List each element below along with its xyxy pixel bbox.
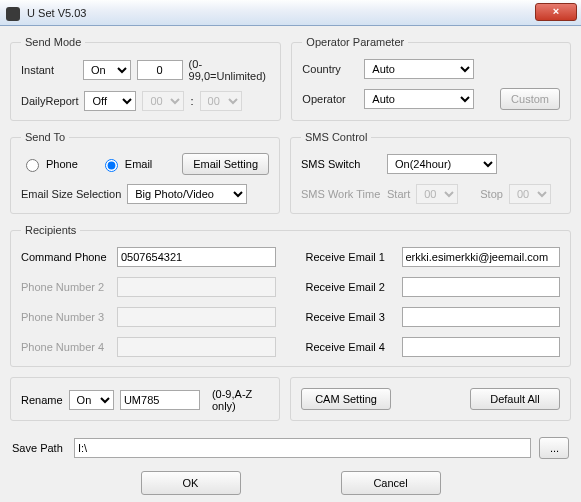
phone4-label: Phone Number 4	[21, 341, 111, 353]
email3-input[interactable]	[402, 307, 561, 327]
email1-label: Receive Email 1	[306, 251, 396, 263]
email2-label: Receive Email 2	[306, 281, 396, 293]
operator-param-legend: Operator Parameter	[302, 36, 408, 48]
cancel-button[interactable]: Cancel	[341, 471, 441, 495]
sms-switch-label: SMS Switch	[301, 158, 381, 170]
side-buttons-group: CAM Setting Default All	[290, 377, 571, 421]
sms-switch-select[interactable]: On(24hour)	[387, 154, 497, 174]
email-radio-label: Email	[125, 158, 153, 170]
rename-input[interactable]	[120, 390, 200, 410]
recipients-legend: Recipients	[21, 224, 80, 236]
instant-select[interactable]: On	[83, 60, 131, 80]
command-phone-label: Command Phone	[21, 251, 111, 263]
email4-label: Receive Email 4	[306, 341, 396, 353]
send-to-legend: Send To	[21, 131, 69, 143]
email-size-select[interactable]: Big Photo/Video	[127, 184, 247, 204]
close-icon: ×	[553, 5, 559, 17]
instant-label: Instant	[21, 64, 77, 76]
send-mode-group: Send Mode Instant On (0-99,0=Unlimited) …	[10, 36, 281, 121]
phone-radio-option[interactable]: Phone	[21, 156, 78, 172]
sms-stop-select[interactable]: 00	[509, 184, 551, 204]
email2-input[interactable]	[402, 277, 561, 297]
phone4-input[interactable]	[117, 337, 276, 357]
dailyreport-label: DailyReport	[21, 95, 78, 107]
email3-label: Receive Email 3	[306, 311, 396, 323]
rename-group: Rename On (0-9,A-Z only)	[10, 377, 280, 421]
country-select[interactable]: Auto	[364, 59, 474, 79]
phone-radio[interactable]	[26, 159, 39, 172]
phone2-input[interactable]	[117, 277, 276, 297]
ok-button[interactable]: OK	[141, 471, 241, 495]
phone3-label: Phone Number 3	[21, 311, 111, 323]
send-to-group: Send To Phone Email Email Setting Email …	[10, 131, 280, 214]
rename-label: Rename	[21, 394, 63, 406]
close-button[interactable]: ×	[535, 3, 577, 21]
country-label: Country	[302, 63, 358, 75]
command-phone-input[interactable]	[117, 247, 276, 267]
email-setting-button[interactable]: Email Setting	[182, 153, 269, 175]
email-radio-option[interactable]: Email	[100, 156, 153, 172]
daily-hour-select[interactable]: 00	[142, 91, 184, 111]
window-title: U Set V5.03	[27, 7, 86, 19]
sms-control-legend: SMS Control	[301, 131, 371, 143]
email4-input[interactable]	[402, 337, 561, 357]
email1-input[interactable]	[402, 247, 561, 267]
daily-min-select[interactable]: 00	[200, 91, 242, 111]
operator-label: Operator	[302, 93, 358, 105]
phone2-label: Phone Number 2	[21, 281, 111, 293]
sms-start-label: Start	[387, 188, 410, 200]
phone3-input[interactable]	[117, 307, 276, 327]
operator-param-group: Operator Parameter Country Auto Operator…	[291, 36, 571, 121]
email-radio[interactable]	[105, 159, 118, 172]
save-path-label: Save Path	[12, 442, 66, 454]
save-path-input[interactable]	[74, 438, 531, 458]
time-separator: :	[190, 95, 193, 107]
titlebar: U Set V5.03 ×	[0, 0, 581, 26]
browse-button[interactable]: ...	[539, 437, 569, 459]
default-all-button[interactable]: Default All	[470, 388, 560, 410]
rename-mode-select[interactable]: On	[69, 390, 114, 410]
sms-stop-label: Stop	[480, 188, 503, 200]
rename-hint: (0-9,A-Z only)	[212, 388, 269, 412]
app-icon	[6, 7, 20, 21]
cam-setting-button[interactable]: CAM Setting	[301, 388, 391, 410]
send-mode-legend: Send Mode	[21, 36, 85, 48]
instant-hint: (0-99,0=Unlimited)	[189, 58, 271, 82]
operator-select[interactable]: Auto	[364, 89, 474, 109]
sms-control-group: SMS Control SMS Switch On(24hour) SMS Wo…	[290, 131, 571, 214]
phone-radio-label: Phone	[46, 158, 78, 170]
custom-button[interactable]: Custom	[500, 88, 560, 110]
instant-count-input[interactable]	[137, 60, 183, 80]
email-size-label: Email Size Selection	[21, 188, 121, 200]
dailyreport-select[interactable]: Off	[84, 91, 136, 111]
recipients-group: Recipients Command Phone Phone Number 2 …	[10, 224, 571, 367]
sms-start-select[interactable]: 00	[416, 184, 458, 204]
sms-worktime-label: SMS Work Time	[301, 188, 381, 200]
